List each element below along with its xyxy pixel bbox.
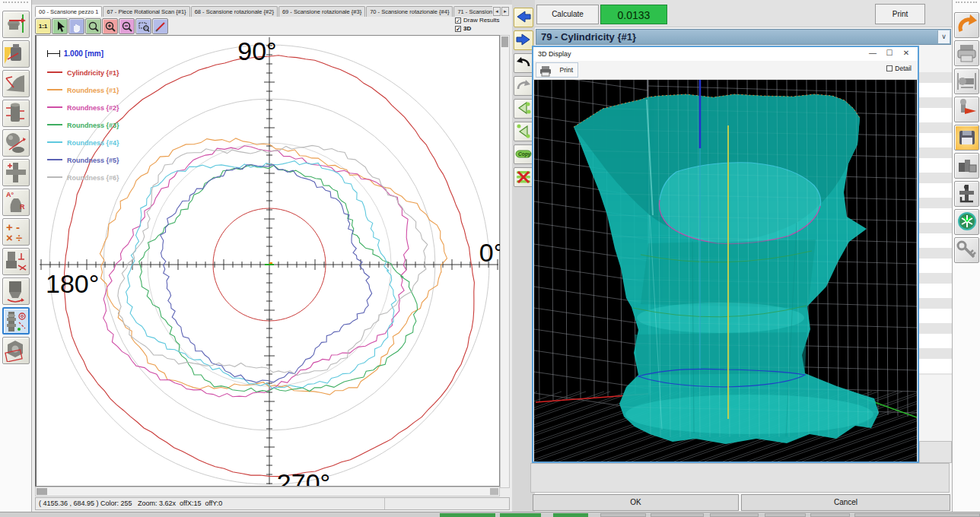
taskbar-item[interactable] (854, 513, 980, 517)
close-icon[interactable]: ✕ (898, 47, 915, 61)
tab-5[interactable]: 71 - Scansione rotazionale (453, 6, 492, 17)
toolbar-handle (3, 2, 28, 6)
pan-hand-button[interactable] (68, 18, 84, 34)
svg-text:270°: 270° (277, 468, 330, 486)
tab-3[interactable]: 69 - Scansione rotazionale {#3} (278, 6, 365, 17)
taskbar-item[interactable] (765, 513, 806, 517)
calculate-button[interactable]: Calculate (536, 5, 599, 24)
tab-1[interactable]: 67 - Piece Rotational Scan {#1} (103, 6, 189, 17)
maximize-icon[interactable]: ☐ (881, 47, 898, 61)
feature-dropdown[interactable]: 79 - Cylindricity {#1} ∨ (536, 29, 951, 45)
taskbar-item[interactable] (710, 513, 759, 517)
blocks-icon[interactable] (954, 153, 979, 179)
perpendicularity-icon[interactable] (2, 248, 30, 275)
save-icon[interactable] (954, 125, 979, 151)
step-back2-button[interactable] (514, 122, 533, 141)
eco-green-icon[interactable] (954, 209, 979, 235)
runout-cup-icon[interactable] (2, 278, 30, 305)
status-bar: ( 4155.36 , 684.95 ) Color: 255 Zoom: 3.… (35, 497, 510, 510)
plot-toolbar: 1:1 (35, 17, 510, 35)
svg-text:0°: 0° (479, 238, 500, 267)
step-back-button[interactable] (514, 99, 533, 119)
detail-checkbox[interactable]: Detail (886, 65, 912, 72)
taskbar (0, 512, 980, 517)
taskbar-item[interactable] (553, 513, 588, 517)
horizontal-scrollbar[interactable] (35, 487, 500, 496)
tab-scroll-right[interactable]: ► (501, 7, 509, 16)
bottom-band (530, 463, 950, 493)
cylinder-dimension-icon[interactable] (2, 100, 30, 127)
3d-display-window: 3D Display — ☐ ✕ Print Detail (532, 46, 919, 463)
results-list (919, 72, 952, 375)
legend-item: Roundness {#6} (47, 174, 119, 192)
select-cursor-button[interactable] (52, 18, 68, 34)
redo-button[interactable] (514, 76, 533, 96)
svg-text:A°: A° (6, 191, 14, 198)
print-button[interactable]: Print (875, 4, 925, 24)
taskbar-item[interactable] (810, 513, 850, 517)
cross-part-icon[interactable] (2, 159, 30, 186)
probe-icon[interactable] (954, 97, 979, 122)
profile-angle-icon[interactable] (2, 70, 30, 97)
sphere-diameter-icon[interactable] (2, 129, 30, 157)
measure-line-button[interactable] (152, 18, 168, 34)
nav-previous-button[interactable] (514, 8, 533, 27)
angle-radius-icon[interactable]: A°R (2, 189, 30, 216)
status-text: ( 4155.36 , 684.95 ) Color: 255 Zoom: 3.… (39, 500, 222, 507)
svg-text:Copy: Copy (518, 151, 531, 157)
taskbar-item[interactable] (600, 513, 646, 517)
measure-part-icon[interactable] (2, 11, 30, 38)
zoom-in-button[interactable] (102, 18, 118, 34)
ok-button[interactable]: OK (533, 494, 739, 511)
redo-orange-icon[interactable] (954, 12, 979, 38)
scale-indicator: 1.000 [mm] (47, 49, 119, 60)
delete-button[interactable] (514, 167, 533, 187)
actual-size-button[interactable]: 1:1 (35, 18, 51, 34)
polar-plot[interactable]: 90°0°180°270° 1.000 [mm]Cylindricity {#1… (35, 35, 500, 487)
tab-bar: 00 - Scansione pezzo 167 - Piece Rotatio… (35, 6, 492, 17)
flash-part-icon[interactable] (2, 40, 30, 68)
chevron-down-icon[interactable]: ∨ (937, 30, 950, 43)
math-operations-icon[interactable]: + -× ÷ (2, 218, 30, 246)
part-dimension-icon[interactable] (954, 68, 979, 94)
3d-toolbar: Print Detail (533, 61, 918, 80)
scrollbar-thumb[interactable] (37, 488, 47, 495)
left-toolbar: A°R+ -× ÷ (0, 0, 32, 512)
scrollbar-thumb[interactable] (501, 36, 508, 47)
rotational-scan-icon[interactable] (2, 307, 30, 335)
hex-nut-icon[interactable] (2, 337, 30, 364)
result-value: 0.0133 (600, 5, 667, 24)
3d-viewport[interactable] (534, 80, 917, 461)
status-divider (384, 498, 385, 509)
minimize-icon[interactable]: — (864, 47, 881, 61)
checkbox-icon (886, 65, 892, 71)
nav-next-button[interactable] (514, 30, 533, 50)
printer-icon[interactable] (954, 40, 979, 66)
copy-button[interactable]: Copy (514, 144, 533, 164)
tab-0[interactable]: 00 - Scansione pezzo 1 (35, 6, 102, 17)
svg-text:90°: 90° (237, 36, 276, 65)
window-title[interactable]: 3D Display (533, 47, 918, 61)
taskbar-item[interactable] (500, 513, 541, 517)
scrollbar-arrow[interactable] (490, 488, 498, 495)
svg-text:180°: 180° (46, 269, 99, 298)
key-icon[interactable] (954, 237, 979, 263)
zoom-window-button[interactable] (135, 18, 151, 34)
undo-button[interactable] (514, 53, 533, 73)
tab-scroll-left[interactable]: ◄ (493, 7, 501, 16)
taskbar-item[interactable] (651, 513, 704, 517)
vertical-scrollbar[interactable] (500, 35, 510, 488)
legend-item: Roundness {#4} (47, 139, 119, 157)
tab-2[interactable]: 68 - Scansione rotazionale {#2} (191, 6, 278, 17)
zoom-out-button[interactable] (119, 18, 135, 34)
legend-item: Roundness {#5} (47, 157, 119, 174)
cancel-button[interactable]: Cancel (741, 494, 950, 511)
plot-legend: 1.000 [mm]Cylindricity {#1}Roundness {#1… (47, 49, 119, 192)
legend-item: Roundness {#2} (47, 104, 119, 122)
3d-print-button[interactable]: Print (536, 62, 578, 78)
clamp-part-icon[interactable] (954, 181, 979, 207)
tab-4[interactable]: 70 - Scansione rotazionale {#4} (366, 6, 453, 17)
panel-corner (919, 441, 952, 463)
taskbar-item[interactable] (440, 513, 495, 517)
zoom-button[interactable] (85, 18, 101, 34)
